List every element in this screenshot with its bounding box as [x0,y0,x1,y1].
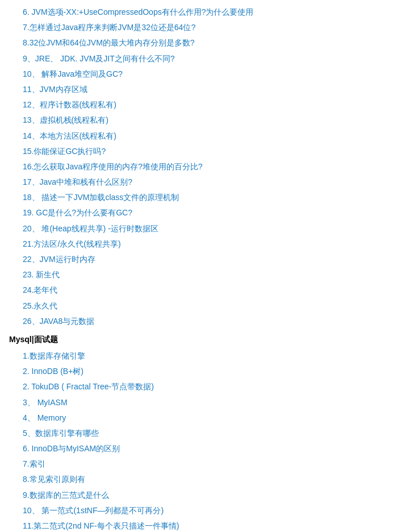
jvm-item-5[interactable]: 11、JVM内存区域 [9,82,396,97]
mysql-item-1[interactable]: 2. InnoDB (B+树) [9,364,396,379]
mysql-item-3[interactable]: 3、 MyIASM [9,395,396,410]
mysql-item-0[interactable]: 1.数据库存储引擎 [9,348,396,364]
mysql-item-6[interactable]: 6. InnoDB与MyISAM的区别 [9,441,396,456]
jvm-item-18[interactable]: 24.老年代 [9,282,396,298]
mysql-item-2[interactable]: 2. TokuDB ( Fractal Tree-节点带数据) [9,379,396,394]
mysql-item-4[interactable]: 4、 Memory [9,410,396,426]
jvm-item-17[interactable]: 23. 新生代 [9,267,396,282]
jvm-item-4[interactable]: 10、 解释Java堆空间及GC? [9,66,396,82]
jvm-item-3[interactable]: 9、JRE、 JDK. JVM及JIT之间有什么不同? [9,51,396,66]
jvm-item-2[interactable]: 8.32位JVM和64位JVM的最大堆内存分别是多数? [9,35,396,51]
mysql-item-11[interactable]: 11.第二范式(2nd NF-每个表只描述一件事情) [9,518,396,532]
mysql-section-header: Mysql|面试题 [9,331,396,347]
jvm-item-10[interactable]: 16.怎么获取Java程序使用的内存?堆使用的百分比? [9,159,396,174]
jvm-item-0[interactable]: 6. JVM选项-XX:+UseCompressedOops有什么作用?为什么要… [9,5,396,20]
jvm-item-12[interactable]: 18、 描述一下JVM加载class文件的原理机制 [9,190,396,205]
jvm-item-7[interactable]: 13、虚拟机栈(线程私有) [9,113,396,128]
jvm-item-16[interactable]: 22、JVM运行时内存 [9,252,396,267]
mysql-item-9[interactable]: 9.数据库的三范式是什么 [9,488,396,503]
jvm-item-20[interactable]: 26、JAVA8与元数据 [9,314,396,329]
jvm-item-9[interactable]: 15.你能保证GC执行吗? [9,144,396,159]
jvm-item-11[interactable]: 17、Java中堆和栈有什么区别? [9,174,396,190]
mysql-item-5[interactable]: 5、数据库引擎有哪些 [9,426,396,441]
jvm-item-15[interactable]: 21.方法区/永久代(线程共享) [9,236,396,252]
jvm-item-6[interactable]: 12、程序计数器(线程私有) [9,97,396,113]
jvm-item-1[interactable]: 7.怎样通过Java程序来判断JVM是32位还是64位? [9,20,396,35]
jvm-item-14[interactable]: 20、 堆(Heap线程共享) -运行时数据区 [9,221,396,236]
mysql-item-7[interactable]: 7.索引 [9,456,396,472]
jvm-item-13[interactable]: 19. GC是什么?为什么要有GC? [9,205,396,221]
mysql-item-10[interactable]: 10、 第一范式(1stNF—列都是不可再分) [9,503,396,518]
jvm-item-19[interactable]: 25.永久代 [9,298,396,314]
jvm-item-8[interactable]: 14、本地方法区(线程私有) [9,128,396,144]
mysql-item-8[interactable]: 8.常见索引原则有 [9,472,396,487]
mysql-section: Mysql|面试题 1.数据库存储引擎2. InnoDB (B+树)2. Tok… [9,331,396,532]
jvm-list: 6. JVM选项-XX:+UseCompressedOops有什么作用?为什么要… [9,5,396,329]
